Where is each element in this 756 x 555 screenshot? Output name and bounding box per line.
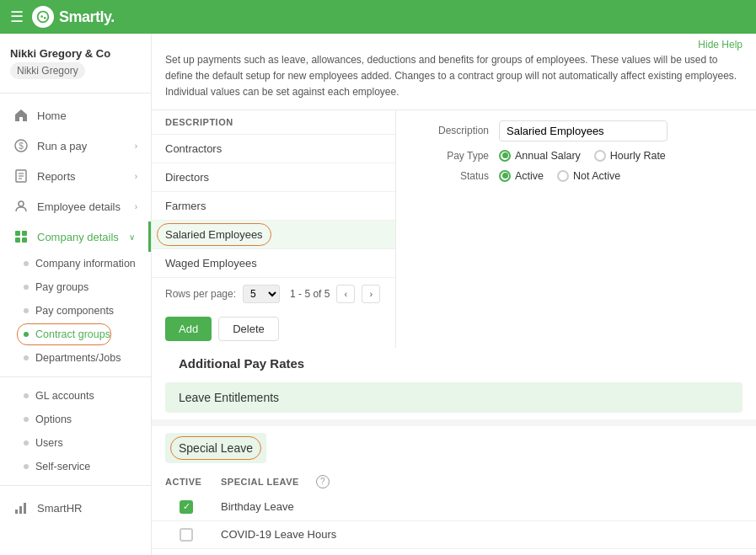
list-item-farmers[interactable]: Farmers bbox=[152, 192, 395, 221]
list-panel: DESCRIPTION Contractors Directors Farmer… bbox=[152, 110, 396, 348]
birthday-leave-label: Birthday Leave bbox=[221, 500, 294, 513]
active-col-header: ACTIVE bbox=[165, 477, 207, 487]
section-separator bbox=[152, 419, 756, 426]
leave-entitlements-header: Leave Entitlements bbox=[165, 382, 743, 413]
reports-chevron-icon: › bbox=[135, 172, 137, 181]
sidebar-item-company-details[interactable]: Company details ∨ bbox=[0, 221, 151, 252]
main-layout: Nikki Gregory & Co Nikki Gregory Home $ … bbox=[0, 34, 756, 555]
pay-type-radio-group: Annual Salary Hourly Rate bbox=[499, 150, 666, 162]
users-dot bbox=[24, 440, 29, 446]
company-icon bbox=[13, 229, 29, 244]
annual-salary-label: Annual Salary bbox=[515, 150, 581, 162]
hourly-rate-label: Hourly Rate bbox=[610, 150, 666, 162]
chevron-icon: › bbox=[135, 141, 137, 151]
sidebar-item-smarthr[interactable]: SmartHR bbox=[0, 493, 151, 523]
sidebar-item-departments-jobs[interactable]: Departments/Jobs bbox=[0, 346, 151, 370]
company-chevron-icon: ∨ bbox=[129, 232, 135, 242]
not-active-label: Not Active bbox=[573, 170, 620, 182]
birthday-leave-checkbox[interactable] bbox=[180, 500, 193, 514]
sidebar-divider-2 bbox=[0, 485, 151, 486]
list-item-directors[interactable]: Directors bbox=[152, 163, 395, 192]
description-input[interactable] bbox=[499, 120, 668, 141]
content-area: Hide Help Set up payments such as leave,… bbox=[152, 34, 756, 555]
menu-icon[interactable]: ☰ bbox=[10, 8, 24, 26]
list-item-salaried-employees[interactable]: Salaried Employees bbox=[152, 221, 395, 249]
add-button[interactable]: Add bbox=[165, 317, 212, 341]
rows-per-page-select[interactable]: 5 10 25 bbox=[243, 285, 280, 303]
active-option[interactable]: Active bbox=[499, 170, 544, 182]
svg-text:$: $ bbox=[19, 141, 24, 151]
active-radio[interactable] bbox=[499, 170, 511, 182]
special-leave-section: Special Leave ACTIVE SPECIAL LEAVE ? Bir… bbox=[152, 433, 756, 555]
hide-help-link[interactable]: Hide Help bbox=[698, 39, 743, 51]
hourly-rate-radio[interactable] bbox=[594, 150, 606, 162]
smarthr-label: SmartHR bbox=[37, 502, 82, 515]
svg-rect-11 bbox=[15, 510, 18, 514]
svg-rect-12 bbox=[19, 506, 22, 514]
hourly-rate-option[interactable]: Hourly Rate bbox=[594, 150, 666, 162]
svg-rect-10 bbox=[22, 237, 27, 243]
emp-chevron-icon: › bbox=[135, 202, 137, 211]
pagination-count: 1 - 5 of 5 bbox=[290, 288, 330, 300]
leave-entitlements-label: Leave Entitlements bbox=[179, 391, 279, 404]
self-service-dot bbox=[24, 464, 29, 469]
sidebar-item-employee-details[interactable]: Employee details › bbox=[0, 191, 151, 221]
sidebar-item-options[interactable]: Options bbox=[0, 408, 151, 431]
reports-icon bbox=[13, 168, 29, 184]
sidebar-item-pay-components[interactable]: Pay components bbox=[0, 299, 151, 323]
employee-icon bbox=[13, 199, 29, 214]
sidebar-item-self-service[interactable]: Self-service bbox=[0, 455, 151, 478]
additional-pay-rates-section: Additional Pay Rates bbox=[152, 348, 756, 379]
svg-point-6 bbox=[19, 201, 24, 206]
special-leave-header: Special Leave bbox=[165, 433, 266, 463]
sidebar-item-run-a-pay[interactable]: $ Run a pay › bbox=[0, 131, 151, 161]
company-info-dot bbox=[24, 261, 29, 266]
active-label: Active bbox=[515, 170, 544, 182]
sidebar-item-home[interactable]: Home bbox=[0, 100, 151, 131]
sidebar-item-users[interactable]: Users bbox=[0, 431, 151, 455]
covid-leave-checkbox[interactable] bbox=[180, 528, 193, 542]
home-icon bbox=[13, 108, 29, 123]
departments-label: Departments/Jobs bbox=[35, 352, 121, 364]
account-user[interactable]: Nikki Gregory bbox=[10, 62, 85, 79]
special-leave-help-icon[interactable]: ? bbox=[316, 475, 330, 488]
annual-salary-option[interactable]: Annual Salary bbox=[499, 150, 581, 162]
brand-name: Smartly. bbox=[59, 8, 115, 26]
sidebar-item-company-information[interactable]: Company information bbox=[0, 252, 151, 275]
sidebar-item-contract-groups[interactable]: Contract groups bbox=[0, 323, 151, 346]
list-item-waged-employees[interactable]: Waged Employees bbox=[152, 249, 395, 278]
contract-groups-label: Contract groups bbox=[35, 328, 110, 340]
covid-leave-row: COVID-19 Leave Hours bbox=[152, 521, 756, 549]
delete-button[interactable]: Delete bbox=[218, 317, 279, 341]
detail-panel: Description Pay Type Annual Salary Hourl… bbox=[396, 110, 756, 348]
covid-leave-label: COVID-19 Leave Hours bbox=[221, 528, 336, 541]
svg-rect-8 bbox=[22, 231, 27, 236]
sidebar-item-gl-accounts[interactable]: GL accounts bbox=[0, 384, 151, 408]
sidebar-nav: Home $ Run a pay › Reports › bbox=[0, 93, 151, 530]
company-info-label: Company information bbox=[35, 258, 136, 269]
account-section: Nikki Gregory & Co Nikki Gregory bbox=[0, 34, 151, 93]
reports-label: Reports bbox=[37, 170, 76, 183]
sidebar-item-reports[interactable]: Reports › bbox=[0, 161, 151, 191]
not-active-radio[interactable] bbox=[557, 170, 569, 182]
users-label: Users bbox=[35, 437, 63, 449]
table-column-header: DESCRIPTION bbox=[152, 110, 395, 135]
special-leave-table-header: ACTIVE SPECIAL LEAVE ? bbox=[152, 470, 756, 494]
departments-dot bbox=[24, 355, 29, 360]
pay-components-label: Pay components bbox=[35, 305, 114, 317]
pagination-prev-button[interactable]: ‹ bbox=[336, 285, 355, 303]
account-name: Nikki Gregory & Co bbox=[10, 47, 141, 60]
status-label: Status bbox=[413, 170, 489, 182]
sidebar-item-pay-groups[interactable]: Pay groups bbox=[0, 275, 151, 299]
run-a-pay-label: Run a pay bbox=[37, 140, 87, 152]
annual-salary-radio[interactable] bbox=[499, 150, 511, 162]
salaried-employees-label: Salaried Employees bbox=[165, 228, 263, 241]
leave-entitlements-section: Leave Entitlements bbox=[165, 382, 743, 413]
pay-type-row: Pay Type Annual Salary Hourly Rate bbox=[413, 150, 739, 162]
birthday-leave-row: Birthday Leave bbox=[152, 494, 756, 521]
special-leave-title: Special Leave bbox=[179, 441, 253, 455]
list-item-contractors[interactable]: Contractors bbox=[152, 135, 395, 163]
pagination-next-button[interactable]: › bbox=[362, 285, 380, 303]
not-active-option[interactable]: Not Active bbox=[557, 170, 620, 182]
gl-dot bbox=[24, 393, 29, 398]
